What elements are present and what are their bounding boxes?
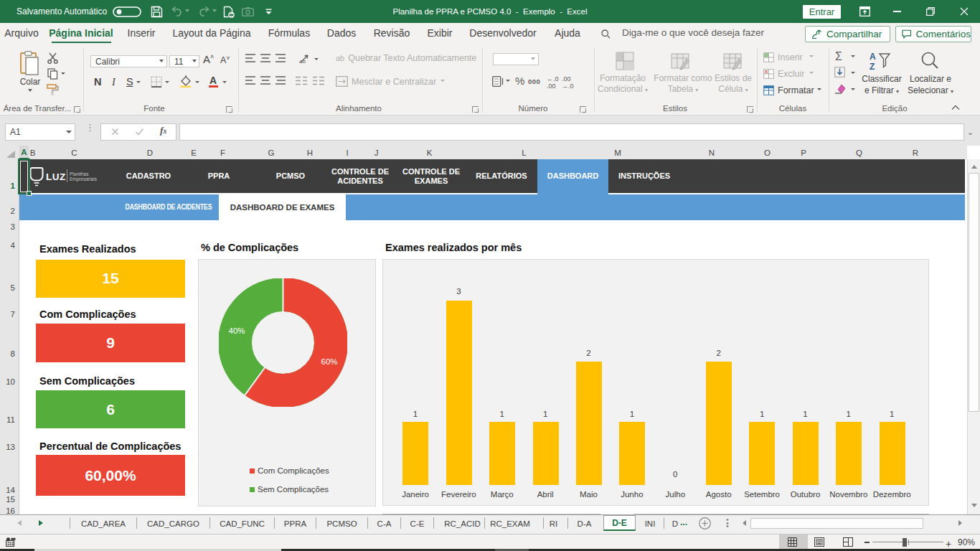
- svg-text:ab: ab: [299, 58, 306, 64]
- svg-text:A: A: [870, 52, 876, 62]
- svg-text:Z: Z: [870, 62, 875, 71]
